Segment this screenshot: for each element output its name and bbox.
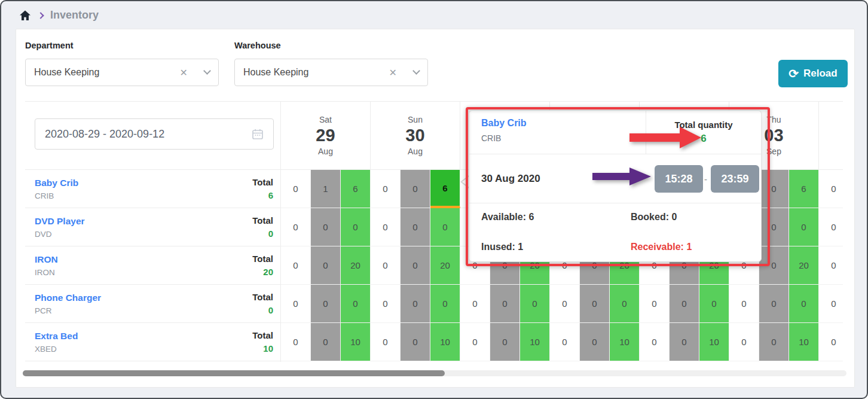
inventory-cell[interactable]: 0 <box>430 285 460 323</box>
popup-date: 30 Aug 2020 <box>481 154 540 203</box>
inventory-cell[interactable]: 0 <box>610 285 640 323</box>
inventory-cell[interactable]: 0 <box>341 208 371 246</box>
inventory-cell[interactable]: 0 <box>281 285 311 323</box>
inventory-cell[interactable]: 10 <box>430 323 460 361</box>
inventory-cell[interactable]: 0 <box>819 323 843 361</box>
inventory-cell[interactable]: 0 <box>490 323 520 361</box>
inventory-cell[interactable]: 0 <box>401 285 430 323</box>
inventory-cell[interactable]: 0 <box>759 323 789 361</box>
item-link[interactable]: IRON <box>35 254 58 265</box>
item-total: Total20 <box>252 254 273 277</box>
day-group: 0010 <box>550 323 640 361</box>
inventory-cell[interactable]: 0 <box>371 246 401 285</box>
inventory-cell[interactable]: 0 <box>819 246 843 285</box>
inventory-cell[interactable]: 20 <box>430 246 460 285</box>
inventory-cell[interactable]: 0 <box>759 285 789 323</box>
inventory-cell[interactable]: 20 <box>789 246 819 285</box>
inventory-cell[interactable]: 0 <box>401 323 430 361</box>
horizontal-scrollbar-track[interactable] <box>23 370 846 376</box>
inventory-cell[interactable]: 10 <box>789 323 819 361</box>
inventory-cell[interactable]: 0 <box>341 285 371 323</box>
clear-icon[interactable]: ✕ <box>389 67 397 78</box>
inventory-cell[interactable]: 0 <box>819 208 843 246</box>
total-value: 0 <box>252 305 273 315</box>
inventory-cell[interactable]: 0 <box>371 323 401 361</box>
inventory-cell[interactable]: 0 <box>311 246 341 285</box>
popup-header-section: Baby Crib CRIB Total quantity 6 <box>469 111 761 154</box>
day-column-header: Sun30Aug <box>371 102 460 170</box>
inventory-cell[interactable]: 0 <box>580 323 610 361</box>
horizontal-scrollbar-thumb[interactable] <box>23 370 445 376</box>
inventory-cell[interactable]: 0 <box>490 285 520 323</box>
inventory-cell[interactable]: 0 <box>371 285 401 323</box>
total-label: Total <box>252 254 273 264</box>
inventory-cell[interactable]: 0 <box>550 285 580 323</box>
inventory-cell[interactable]: 6 <box>341 170 371 208</box>
item-link[interactable]: Extra Bed <box>35 331 78 342</box>
inventory-cell[interactable]: 0 <box>371 170 401 208</box>
chevron-down-icon[interactable] <box>203 67 211 75</box>
inventory-cell[interactable]: 0 <box>699 285 729 323</box>
inventory-cell[interactable]: 0 <box>759 208 789 246</box>
inventory-cell[interactable]: 0 <box>789 285 819 323</box>
inventory-cell[interactable]: 0 <box>729 323 759 361</box>
inventory-cell[interactable]: 0 <box>401 208 430 246</box>
inventory-cell[interactable]: 0 <box>430 208 460 246</box>
inventory-cell[interactable]: 10 <box>610 323 640 361</box>
item-link[interactable]: DVD Player <box>35 216 85 227</box>
calendar-row: 0010001000100010001000100 <box>281 323 843 361</box>
department-select[interactable]: House Keeping ✕ <box>25 59 219 86</box>
inventory-cell[interactable]: 0 <box>311 208 341 246</box>
day-number: 03 <box>764 126 783 145</box>
inventory-cell[interactable]: 0 <box>311 323 341 361</box>
time-separator: - <box>704 165 707 193</box>
inventory-cell[interactable]: 0 <box>281 323 311 361</box>
reload-button[interactable]: ⟳ Reload <box>778 60 848 87</box>
inventory-cell[interactable]: 0 <box>460 323 490 361</box>
inventory-cell[interactable]: 10 <box>341 323 371 361</box>
inventory-cell[interactable]: 0 <box>401 246 430 285</box>
day-group: 0 <box>819 170 843 208</box>
inventory-cell[interactable]: 0 <box>640 285 670 323</box>
inventory-cell[interactable]: 0 <box>550 323 580 361</box>
inventory-cell[interactable]: 0 <box>580 285 610 323</box>
inventory-cell[interactable]: 0 <box>281 170 311 208</box>
day-group: 000 <box>371 285 460 323</box>
inventory-cell[interactable]: 0 <box>819 170 843 208</box>
calendar-row: 0000000000000000000 <box>281 285 843 323</box>
inventory-cell[interactable]: 0 <box>670 285 699 323</box>
inventory-cell[interactable]: 6 <box>789 170 819 208</box>
warehouse-select[interactable]: House Keeping ✕ <box>234 59 428 86</box>
inventory-cell[interactable]: 0 <box>670 323 699 361</box>
date-range-input[interactable]: 2020-08-29 - 2020-09-12 <box>35 118 274 150</box>
inventory-cell[interactable]: 0 <box>311 285 341 323</box>
item-link[interactable]: Phone Charger <box>35 293 101 303</box>
clear-icon[interactable]: ✕ <box>180 67 188 78</box>
inventory-cell[interactable]: 0 <box>520 285 550 323</box>
item-code: DVD <box>35 230 85 239</box>
home-icon[interactable] <box>19 10 31 22</box>
popup-item-link[interactable]: Baby Crib <box>481 118 527 129</box>
inventory-cell[interactable]: 6 <box>430 170 460 208</box>
chevron-down-icon[interactable] <box>412 67 420 75</box>
inventory-cell[interactable]: 0 <box>460 285 490 323</box>
day-group: 0020 <box>281 246 371 285</box>
inventory-cell[interactable]: 0 <box>371 208 401 246</box>
day-group: 0 <box>819 285 843 323</box>
inventory-cell[interactable]: 1 <box>311 170 341 208</box>
inventory-cell[interactable]: 0 <box>281 208 311 246</box>
inventory-cell[interactable]: 0 <box>759 170 789 208</box>
inventory-cell[interactable]: 0 <box>281 246 311 285</box>
item-link[interactable]: Baby Crib <box>35 178 78 188</box>
inventory-cell[interactable]: 0 <box>729 285 759 323</box>
inventory-cell[interactable]: 0 <box>819 285 843 323</box>
inventory-cell[interactable]: 0 <box>759 246 789 285</box>
inventory-cell[interactable]: 20 <box>341 246 371 285</box>
inventory-cell[interactable]: 10 <box>520 323 550 361</box>
popup-time-section: 30 Aug 2020 15:28 - 23:59 <box>469 154 761 203</box>
inventory-cell[interactable]: 0 <box>401 170 430 208</box>
day-group: 016 <box>281 170 371 208</box>
inventory-cell[interactable]: 0 <box>640 323 670 361</box>
inventory-cell[interactable]: 0 <box>789 208 819 246</box>
inventory-cell[interactable]: 10 <box>699 323 729 361</box>
